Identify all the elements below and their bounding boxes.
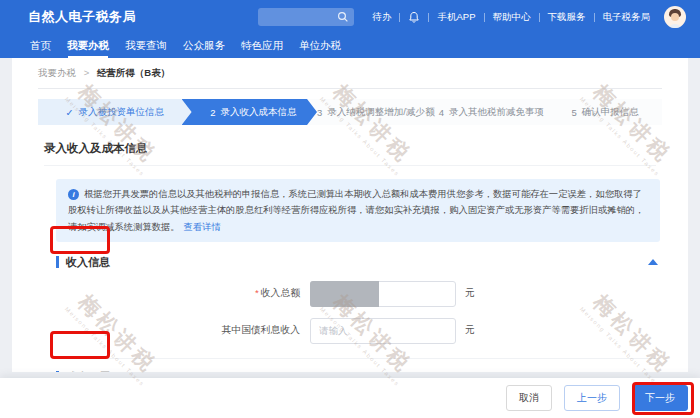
header-link-download[interactable]: 下载服务 [540,11,594,24]
step-label: 录入被投资单位信息 [79,106,165,119]
step-4-pre-tax-deductions[interactable]: 4 录入其他税前减免事项 [434,99,548,125]
breadcrumb-parent[interactable]: 我要办税 [38,67,76,78]
cost-section-header: 成本费用 [56,371,658,372]
breadcrumb: 我要办税 > 经营所得（B表） [12,58,688,80]
step-number: 2 [210,107,215,118]
step-label: 录入其他税前减免事项 [449,106,544,119]
cancel-button[interactable]: 取消 [506,385,552,411]
header-link-etax-bureau[interactable]: 电子税务局 [595,11,659,24]
step-5-confirm-declaration[interactable]: 5 确认申报信息 [548,99,662,125]
notice-text: 根据您开具发票的信息以及其他税种的申报信息，系统已测算出本期收入总额和成本费用供… [68,189,644,232]
unit-label: 元 [465,324,475,337]
view-details-link[interactable]: 查看详情 [184,222,221,232]
step-number: 3 [317,107,322,118]
action-footer: 取消 上一步 下一步 [0,378,700,418]
breadcrumb-divider [38,88,662,89]
income-section-title: 收入信息 [66,255,110,270]
required-asterisk: * [255,287,259,298]
avatar-body [668,24,682,28]
step-label: 录入收入成本信息 [220,106,296,119]
breadcrumb-separator: > [84,67,90,78]
nav-item-featured-apps[interactable]: 特色应用 [241,34,283,58]
nav-item-query[interactable]: 我要查询 [125,34,167,58]
search-icon [337,11,349,23]
treasury-interest-input[interactable] [310,318,456,344]
step-number: 4 [439,107,444,118]
step-number: 5 [571,107,576,118]
nav-item-public-service[interactable]: 公众服务 [183,34,225,58]
step-label: 确认申报信息 [582,106,639,119]
cost-section-title: 成本费用 [66,370,110,372]
step-1-invested-entity-info[interactable]: ✓ 录入被投资单位信息 [38,99,192,125]
app-title: 自然人电子税务局 [28,8,136,26]
main-nav: 首页 我要办税 我要查询 公众服务 特色应用 单位办税 [0,34,700,58]
app-header: 自然人电子税务局 待办 手机APP 帮助中心 下载服务 电子税务局 [0,0,700,34]
info-icon: i [68,189,79,200]
step-2-income-cost-info[interactable]: 2 录入收入成本信息 [182,99,317,125]
section-accent-bar [56,256,59,268]
total-income-row: *收入总额 元 [12,281,688,307]
section-divider [56,358,658,359]
notice-banner: i根据您开具发票的信息以及其他税种的申报信息，系统已测算出本期收入总额和成本费用… [56,179,660,242]
avatar-face [671,13,679,21]
page-title: 录入收入及成本信息 [44,141,656,166]
step-check-icon: ✓ [66,107,74,118]
step-3-tax-adjustment[interactable]: 3 录入纳税调整增加/减少额 [317,99,434,125]
notification-bell-icon[interactable] [400,11,428,24]
breadcrumb-current: 经营所得（B表） [97,67,170,78]
treasury-interest-label: 其中国债利息收入 [12,324,310,337]
nav-item-home[interactable]: 首页 [30,34,51,58]
nav-item-tax-handling[interactable]: 我要办税 [67,34,109,58]
total-income-label: *收入总额 [12,287,310,300]
step-wizard: ✓ 录入被投资单位信息 2 录入收入成本信息 3 录入纳税调整增加/减少额 4 … [38,99,662,125]
previous-step-button[interactable]: 上一步 [564,385,620,411]
unit-label: 元 [465,287,475,300]
collapse-up-icon[interactable] [648,259,658,265]
search-input[interactable] [258,8,354,26]
total-income-input[interactable] [310,281,456,307]
header-link-help-center[interactable]: 帮助中心 [485,11,539,24]
header-link-todo[interactable]: 待办 [364,11,399,24]
header-link-mobile-app[interactable]: 手机APP [429,11,483,24]
user-avatar[interactable] [664,6,686,28]
content-panel: 我要办税 > 经营所得（B表） ✓ 录入被投资单位信息 2 录入收入成本信息 3… [12,58,688,372]
nav-item-company-tax[interactable]: 单位办税 [299,34,341,58]
next-step-button[interactable]: 下一步 [632,385,688,411]
step-label: 录入纳税调整增加/减少额 [327,106,434,119]
income-section-header: 收入信息 [56,256,658,269]
section-accent-bar [56,371,59,372]
treasury-interest-row: 其中国债利息收入 元 [12,318,688,344]
